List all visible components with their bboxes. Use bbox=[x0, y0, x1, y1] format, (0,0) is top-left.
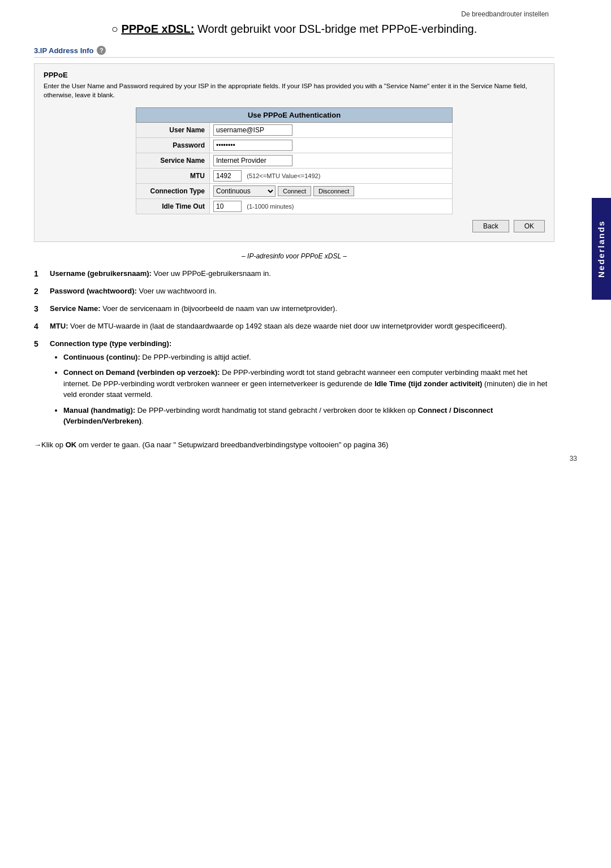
bold-label: Connection type (type verbinding): bbox=[50, 339, 171, 348]
footer-note: →Klik op OK om verder te gaan. (Ga naar … bbox=[34, 439, 554, 451]
mtu-input[interactable] bbox=[213, 170, 242, 182]
bullet-item: Connect on Demand (verbinden op verzoek)… bbox=[63, 367, 554, 400]
table-row: Service Name bbox=[136, 153, 453, 169]
list-item: 1 Username (gebruikersnaam): Voer uw PPP… bbox=[34, 268, 554, 280]
list-content: Connection type (type verbinding): Conti… bbox=[50, 338, 554, 431]
bullet-item: Continuous (continu): De PPP-verbinding … bbox=[63, 352, 554, 363]
service-name-label: Service Name bbox=[136, 153, 210, 169]
inline-bold: Idle Time (tijd zonder activiteit) bbox=[375, 379, 482, 388]
pppoe-title: PPPoE bbox=[44, 71, 545, 79]
password-input[interactable] bbox=[213, 140, 292, 151]
list-item: 5 Connection type (type verbinding): Con… bbox=[34, 338, 554, 431]
list-number: 1 bbox=[34, 268, 50, 280]
password-cell bbox=[210, 138, 453, 153]
circle-bullet: ○ bbox=[111, 23, 118, 35]
idle-time-out-label: Idle Time Out bbox=[136, 199, 210, 214]
main-heading: ○ PPPoE xDSL: Wordt gebruikt voor DSL-br… bbox=[34, 23, 554, 36]
mtu-label: MTU bbox=[136, 169, 210, 184]
pppoe-xdsl-label: PPPoE xDSL: bbox=[121, 23, 194, 35]
page-number: 33 bbox=[570, 455, 577, 463]
connection-type-controls: Continuous Connect on Demand Manual Conn… bbox=[213, 185, 449, 197]
service-name-cell bbox=[210, 153, 453, 169]
idle-time-out-input[interactable] bbox=[213, 201, 242, 212]
bullet-bold: Connect on Demand (verbinden op verzoek)… bbox=[63, 368, 220, 377]
list-content: MTU: Voer de MTU-waarde in (laat de stan… bbox=[50, 321, 554, 332]
bullet-list: Continuous (continu): De PPP-verbinding … bbox=[50, 352, 554, 427]
ip-section-title-text: 3.IP Address Info bbox=[34, 46, 93, 55]
list-content: Username (gebruikersnaam): Voer uw PPPoE… bbox=[50, 268, 554, 279]
list-item: 3 Service Name: Voer de servicenaam in (… bbox=[34, 303, 554, 315]
user-name-cell bbox=[210, 123, 453, 138]
table-row: MTU (512<=MTU Value<=1492) bbox=[136, 169, 453, 184]
list-content: Password (wachtwoord): Voer uw wachtwoor… bbox=[50, 286, 554, 297]
ok-button[interactable]: OK bbox=[514, 220, 545, 232]
heading-description: Wordt gebruikt voor DSL-bridge met PPPoE… bbox=[197, 23, 477, 35]
connection-type-select[interactable]: Continuous Connect on Demand Manual bbox=[213, 185, 276, 197]
list-number: 2 bbox=[34, 286, 50, 297]
connect-button[interactable]: Connect bbox=[278, 186, 311, 196]
caption: – IP-adresinfo voor PPPoE xDSL – bbox=[34, 252, 554, 260]
connection-type-label: Connection Type bbox=[136, 184, 210, 199]
table-row: User Name bbox=[136, 123, 453, 138]
language-tab: Nederlands bbox=[592, 198, 611, 300]
list-item: 4 MTU: Voer de MTU-waarde in (laat de st… bbox=[34, 321, 554, 332]
list-number: 3 bbox=[34, 303, 50, 315]
ok-bold: OK bbox=[66, 441, 77, 449]
bullet-item: Manual (handmatig): De PPP-verbinding wo… bbox=[63, 405, 554, 427]
bullet-bold: Manual (handmatig): bbox=[63, 406, 135, 414]
list-item: 2 Password (wachtwoord): Voer uw wachtwo… bbox=[34, 286, 554, 297]
user-name-input[interactable] bbox=[213, 124, 292, 136]
pppoe-section: PPPoE Enter the User Name and Password r… bbox=[34, 63, 554, 242]
table-header: Use PPPoE Authentication bbox=[136, 108, 453, 123]
help-icon[interactable]: ? bbox=[97, 46, 106, 55]
ip-section-header: 3.IP Address Info ? bbox=[34, 46, 554, 58]
bold-label: Username (gebruikersnaam): bbox=[50, 269, 152, 278]
table-row: Idle Time Out (1-1000 minutes) bbox=[136, 199, 453, 214]
bold-label: MTU: bbox=[50, 322, 68, 330]
mtu-hint: (512<=MTU Value<=1492) bbox=[247, 172, 320, 179]
disconnect-button[interactable]: Disconnect bbox=[313, 186, 354, 196]
arrow-symbol: → bbox=[34, 441, 41, 449]
user-name-label: User Name bbox=[136, 123, 210, 138]
list-number: 5 bbox=[34, 338, 50, 350]
bold-label: Password (wachtwoord): bbox=[50, 287, 137, 295]
connection-type-cell: Continuous Connect on Demand Manual Conn… bbox=[210, 184, 453, 199]
instructions-list: 1 Username (gebruikersnaam): Voer uw PPP… bbox=[34, 268, 554, 431]
idle-hint: (1-1000 minutes) bbox=[247, 203, 294, 210]
pppoe-description: Enter the User Name and Password require… bbox=[44, 81, 545, 100]
back-button[interactable]: Back bbox=[472, 220, 509, 232]
mtu-cell: (512<=MTU Value<=1492) bbox=[210, 169, 453, 184]
bold-label: Service Name: bbox=[50, 304, 101, 313]
form-buttons: Back OK bbox=[44, 220, 545, 232]
table-row: Connection Type Continuous Connect on De… bbox=[136, 184, 453, 199]
table-row: Password bbox=[136, 138, 453, 153]
idle-time-out-cell: (1-1000 minutes) bbox=[210, 199, 453, 214]
form-table-wrapper: Use PPPoE Authentication User Name Passw… bbox=[136, 107, 453, 214]
list-content: Service Name: Voer de servicenaam in (bi… bbox=[50, 303, 554, 314]
top-right-label: De breedbandrouter instellen bbox=[34, 10, 554, 18]
password-label: Password bbox=[136, 138, 210, 153]
service-name-input[interactable] bbox=[213, 155, 292, 166]
bullet-bold: Continuous (continu): bbox=[63, 353, 140, 361]
list-number: 4 bbox=[34, 321, 50, 332]
pppoe-form-table: Use PPPoE Authentication User Name Passw… bbox=[136, 107, 453, 214]
